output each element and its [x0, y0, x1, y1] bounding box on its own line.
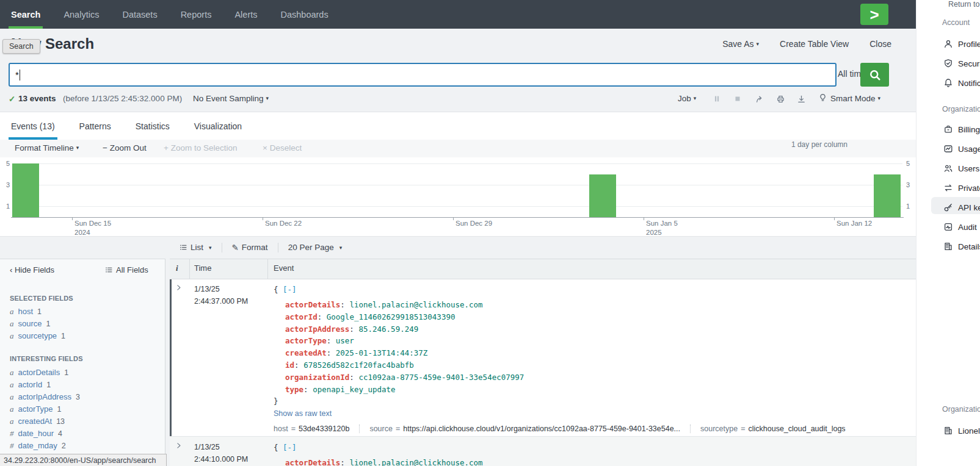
zoom-to-selection-button[interactable]: + Zoom to Selection [164, 143, 237, 152]
settings-item-details[interactable]: Details [916, 239, 980, 256]
tab-events[interactable]: Events (13) [11, 112, 55, 140]
nav-tab-reports[interactable]: Reports [181, 0, 212, 29]
field-item-createdAt[interactable]: acreatedAt13 [10, 417, 65, 428]
settings-item-audit[interactable]: Audit [916, 220, 980, 237]
timeline-bar[interactable] [589, 174, 616, 217]
hide-fields-button[interactable]: ‹ Hide Fields [10, 265, 54, 274]
field-name[interactable]: createdAt [18, 417, 53, 426]
settings-item-usage[interactable]: Usage [916, 142, 980, 159]
pause-icon[interactable] [710, 93, 724, 104]
info-column-header: i [176, 263, 178, 273]
settings-item-lionel[interactable]: Lionel [916, 423, 980, 440]
settings-item-billing[interactable]: Billing [916, 122, 980, 139]
list-view-dropdown[interactable]: List▾ [170, 243, 222, 252]
field-item-sourcetype[interactable]: asourcetype1 [10, 331, 65, 342]
field-name[interactable]: actorId [18, 380, 43, 389]
format-button[interactable]: ✎Format [222, 243, 278, 253]
field-count: 3 [76, 393, 80, 401]
settings-item-label: Private [958, 184, 980, 193]
tab-patterns[interactable]: Patterns [79, 112, 111, 140]
field-name[interactable]: actorIpAddress [18, 392, 71, 401]
billing-icon [943, 124, 953, 134]
y-axis-label-left: 5 [1, 160, 10, 167]
create-table-view-button[interactable]: Create Table View [780, 39, 849, 49]
settings-item-profile[interactable]: Profile [916, 37, 980, 54]
status-url-tooltip: 34.29.223.20:8000/en-US/app/search/searc… [0, 454, 167, 466]
field-item-date_mday[interactable]: #date_mday2 [10, 441, 66, 452]
settings-item-label: Notifications [958, 79, 980, 88]
field-name[interactable]: date_mday [18, 441, 57, 450]
y-axis-label-right: 5 [906, 160, 915, 167]
nav-tab-search[interactable]: Search [11, 0, 40, 29]
event-sampling-dropdown[interactable]: No Event Sampling▾ [193, 94, 269, 103]
field-item-date_hour[interactable]: #date_hour4 [10, 429, 62, 440]
settings-item-notifications[interactable]: Notifications [916, 76, 980, 93]
text-cursor [20, 70, 20, 81]
job-dropdown[interactable]: Job▾ [678, 94, 696, 103]
field-item-host[interactable]: ahost1 [10, 307, 42, 318]
all-fields-button[interactable]: All Fields [105, 265, 148, 274]
json-open-brace: { [-] [274, 442, 297, 454]
stop-icon[interactable] [731, 93, 744, 104]
close-button[interactable]: Close [869, 39, 891, 49]
deselect-button[interactable]: × Deselect [263, 143, 302, 152]
zoom-out-button[interactable]: − Zoom Out [103, 143, 147, 152]
export-icon[interactable] [794, 93, 808, 104]
tab-statistics[interactable]: Statistics [136, 112, 170, 140]
format-timeline-dropdown[interactable]: Format Timeline▾ [15, 143, 79, 152]
event-meta-sourcetype[interactable]: sourcetype=clickhouse_cloud_audit_logs [690, 425, 855, 433]
list-icon [105, 266, 113, 274]
field-name[interactable]: source [18, 319, 42, 328]
field-name[interactable]: sourcetype [18, 331, 57, 340]
field-name[interactable]: actorType [18, 404, 53, 414]
nav-tab-dashboards[interactable]: Dashboards [281, 0, 328, 29]
nav-tab-datasets[interactable]: Datasets [122, 0, 157, 29]
nav-tab-analytics[interactable]: Analytics [64, 0, 99, 29]
nav-tab-alerts[interactable]: Alerts [234, 0, 257, 29]
settings-item-api-keys[interactable]: API keys [916, 200, 980, 217]
print-icon[interactable] [774, 93, 787, 104]
search-button[interactable] [860, 63, 889, 87]
json-field-actorDetails: actorDetails: lionel.palacin@clickhouse.… [285, 457, 483, 466]
y-axis-label-right: 3 [906, 181, 915, 188]
expand-event-icon[interactable] [175, 284, 183, 292]
return-to-link[interactable]: Return to [948, 0, 979, 9]
search-mode-dropdown[interactable]: Smart Mode▾ [830, 94, 880, 103]
field-name[interactable]: date_hour [18, 429, 54, 438]
show-raw-text-link[interactable]: Show as raw text [274, 409, 332, 418]
per-page-dropdown[interactable]: 20 Per Page▾ [278, 243, 352, 252]
field-item-source[interactable]: asource1 [10, 319, 50, 330]
share-icon[interactable] [753, 93, 766, 104]
settings-item-security[interactable]: Security [916, 56, 980, 73]
field-item-actorId[interactable]: aactorId1 [10, 380, 51, 391]
selected-fields-title: SELECTED FIELDS [10, 295, 73, 302]
save-as-button[interactable]: Save As▾ [722, 39, 759, 49]
settings-item-users[interactable]: Users [916, 161, 980, 178]
event-meta-host[interactable]: host=53de4339120b [274, 425, 359, 433]
field-item-actorIpAddress[interactable]: aactorIpAddress3 [10, 392, 80, 403]
x-axis-label: Sun Dec 29 [456, 219, 492, 228]
field-item-actorType[interactable]: aactorType1 [10, 404, 62, 415]
search-input[interactable]: * [9, 63, 837, 87]
expand-event-icon[interactable] [175, 442, 183, 450]
transfer-arrows-icon [943, 183, 953, 193]
timeline-bar[interactable] [874, 174, 901, 217]
search-query-text: * [15, 70, 19, 80]
settings-item-private[interactable]: Private [916, 181, 980, 198]
json-collapse-toggle[interactable]: [-] [283, 443, 297, 452]
field-name[interactable]: host [18, 307, 34, 316]
x-axis-tick [72, 217, 73, 220]
timeline-bar[interactable] [12, 163, 39, 217]
event-time: 2:44:37.000 PM [194, 297, 248, 306]
tab-visualization[interactable]: Visualization [194, 112, 242, 140]
json-close-brace: } [274, 395, 278, 407]
chevron-down-icon: ▾ [757, 41, 760, 47]
json-collapse-toggle[interactable]: [-] [283, 285, 297, 294]
lightbulb-icon [818, 93, 827, 102]
field-item-actorDetails[interactable]: aactorDetails1 [10, 368, 68, 379]
chevron-down-icon: ▾ [76, 145, 79, 151]
event-timeline-chart[interactable]: 113355Sun Dec 152024Sun Dec 22Sun Dec 29… [0, 157, 916, 237]
field-name[interactable]: actorDetails [18, 368, 60, 377]
field-type-icon: a [10, 368, 14, 378]
event-meta-source[interactable]: source=https://api.clickhouse.cloud/v1/o… [359, 425, 690, 433]
